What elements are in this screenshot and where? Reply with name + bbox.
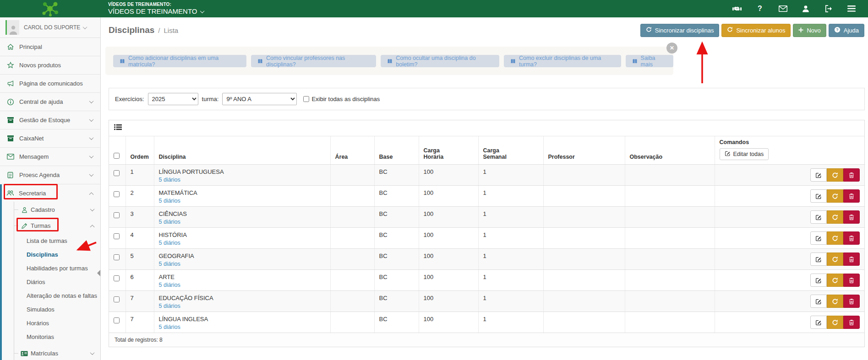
help-question-icon[interactable]: ? [755, 5, 764, 13]
sidebar-item-diarios[interactable]: Diários [27, 275, 100, 289]
sidebar-item-caixanet[interactable]: CaixaNet [0, 129, 100, 148]
sidebar-item-simulados[interactable]: Simulados [27, 303, 100, 317]
school-name-dropdown[interactable]: VÍDEOS DE TREINAMENTO [108, 7, 732, 16]
help-chip[interactable]: Como ocultar uma disciplina do boletim? [381, 55, 499, 67]
edit-row-button[interactable] [810, 253, 827, 266]
diarios-link[interactable]: 5 diários [159, 177, 180, 183]
sidebar-item-cadastro[interactable]: Cadastro [14, 202, 100, 218]
delete-row-button[interactable] [843, 210, 860, 224]
refresh-row-button[interactable] [827, 295, 843, 308]
delete-row-button[interactable] [843, 189, 860, 203]
sidebar-collapse-handle[interactable] [97, 270, 100, 276]
sidebar-item-mensagem[interactable]: Mensagem [0, 148, 100, 166]
diarios-link[interactable]: 5 diários [159, 261, 180, 267]
delete-row-button[interactable] [843, 274, 860, 287]
row-checkbox[interactable] [114, 170, 120, 176]
col-disciplina: Disciplina [154, 136, 330, 165]
row-actions [720, 209, 860, 225]
edit-row-button[interactable] [810, 295, 827, 308]
sidebar-item-secretaria[interactable]: Secretaria [2, 184, 100, 202]
diarios-link[interactable]: 5 diários [159, 219, 180, 225]
sidebar-item-horarios[interactable]: Horários [27, 317, 100, 330]
cell-disciplina: EDUCAÇÃO FÍSICA [159, 293, 326, 301]
row-checkbox[interactable] [114, 191, 120, 197]
sidebar-item-principal[interactable]: Principal [0, 38, 100, 56]
edit-row-button[interactable] [810, 189, 827, 203]
mail-icon[interactable] [778, 5, 787, 13]
sidebar-item-disciplinas[interactable]: Disciplinas [27, 248, 100, 262]
sync-disciplinas-button[interactable]: Sincronizar disciplinas [640, 24, 720, 37]
refresh-row-button[interactable] [827, 168, 843, 182]
logout-icon[interactable] [824, 5, 833, 13]
help-chip[interactable]: Como adicionar disciplinas em uma matríc… [113, 55, 246, 67]
diarios-link[interactable]: 5 diários [159, 240, 180, 246]
envelope-icon [6, 154, 14, 160]
delete-row-button[interactable] [843, 316, 860, 329]
refresh-row-button[interactable] [827, 189, 843, 203]
cell-ordem: 7 [126, 291, 154, 312]
sidebar-item-alteracao-notas-faltas[interactable]: Alteração de notas e faltas [27, 289, 99, 303]
sync-alunos-button[interactable]: Sincronizar alunos [721, 24, 791, 37]
row-checkbox[interactable] [114, 254, 120, 260]
sidebar-item-novos-produtos[interactable]: Novos produtos [0, 56, 100, 75]
cell-disciplina: LÍNGUA INGLESA [159, 314, 326, 322]
edit-row-button[interactable] [810, 210, 827, 224]
delete-row-button[interactable] [843, 231, 860, 245]
sidebar-user-row[interactable]: CAROL DO SUPORTE [0, 17, 100, 38]
sidebar-item-proesc-agenda[interactable]: Proesc Agenda [0, 166, 100, 184]
row-checkbox[interactable] [114, 212, 120, 218]
show-all-checkbox-wrap: Exibir todas as disciplinas [303, 96, 380, 102]
sidebar-item-gestao-estoque[interactable]: Gestão de Estoque [0, 111, 100, 129]
refresh-row-button[interactable] [827, 210, 843, 224]
row-checkbox[interactable] [114, 317, 120, 323]
user-icon[interactable] [801, 5, 810, 13]
refresh-row-button[interactable] [827, 231, 843, 245]
select-all-checkbox[interactable] [114, 153, 120, 159]
novo-button[interactable]: Novo [793, 24, 826, 37]
help-chip-saiba-mais[interactable]: Saiba mais [626, 55, 673, 67]
refresh-row-button[interactable] [827, 253, 843, 266]
diarios-link[interactable]: 5 diários [159, 324, 180, 330]
row-checkbox[interactable] [114, 296, 120, 302]
sidebar-item-matriculas[interactable]: Matrículas [14, 345, 100, 360]
diarios-link[interactable]: 5 diários [159, 198, 180, 204]
sidebar-item-turmas[interactable]: Turmas [14, 218, 100, 234]
app-logo[interactable] [0, 0, 101, 17]
handshake-icon[interactable] [732, 5, 742, 13]
refresh-row-button[interactable] [827, 274, 843, 287]
help-chip[interactable]: Como vincular professores nas disciplina… [251, 55, 376, 67]
refresh-row-button[interactable] [827, 316, 843, 329]
menu-hamburger-icon[interactable] [847, 5, 856, 13]
row-checkbox[interactable] [114, 233, 120, 239]
cell-base: BC [374, 228, 419, 249]
turma-select[interactable]: 9º ANO A [222, 93, 297, 105]
show-all-checkbox[interactable] [303, 96, 309, 102]
ajuda-button[interactable]: ? Ajuda [829, 24, 864, 37]
edit-icon [725, 150, 731, 158]
edit-row-button[interactable] [810, 168, 827, 182]
editar-todas-button[interactable]: Editar todas [720, 148, 769, 160]
close-icon[interactable]: ✕ [666, 43, 677, 54]
sidebar-item-pagina-comunicados[interactable]: Página de comunicados [0, 75, 100, 93]
row-checkbox[interactable] [114, 275, 120, 281]
sidebar-item-lista-de-turmas[interactable]: Lista de turmas [27, 234, 100, 248]
exercicios-label: Exercícios: [115, 96, 144, 102]
page-title: Disciplinas [109, 25, 154, 35]
help-chip[interactable]: Como excluir disciplinas de uma turma? [504, 55, 621, 67]
table-columns-icon[interactable] [114, 124, 122, 132]
delete-row-button[interactable] [843, 295, 860, 308]
sidebar-item-habilidades-por-turmas[interactable]: Habilidades por turmas [27, 262, 100, 275]
cell-carga-horaria: 100 [419, 270, 478, 291]
exercicio-select[interactable]: 2025 [148, 93, 198, 105]
diarios-link[interactable]: 5 diários [159, 303, 180, 309]
cell-base: BC [374, 291, 419, 312]
edit-row-button[interactable] [810, 231, 827, 245]
cell-carga-horaria: 100 [419, 186, 478, 207]
delete-row-button[interactable] [843, 168, 860, 182]
sidebar-item-monitorias[interactable]: Monitorias [27, 330, 100, 344]
diarios-link[interactable]: 5 diários [159, 282, 180, 288]
edit-row-button[interactable] [810, 316, 827, 329]
sidebar-item-central-ajuda[interactable]: Central de ajuda [0, 93, 100, 111]
edit-row-button[interactable] [810, 274, 827, 287]
delete-row-button[interactable] [843, 253, 860, 266]
